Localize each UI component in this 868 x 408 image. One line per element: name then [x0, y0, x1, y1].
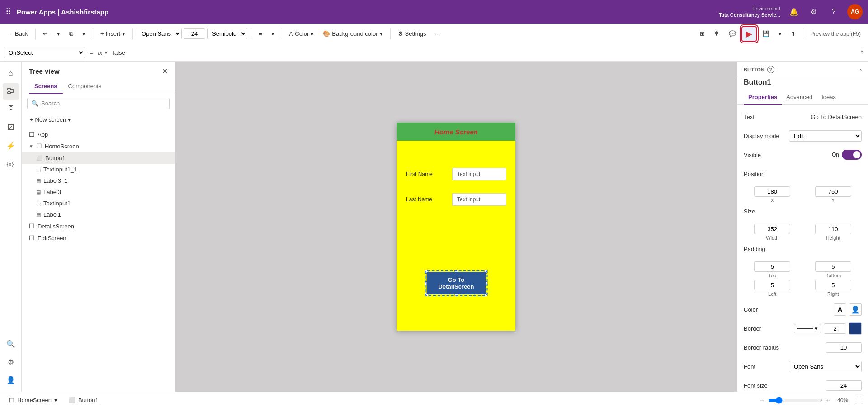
border-radius-input[interactable] — [826, 342, 862, 353]
data-icon-btn[interactable]: 🗄 — [3, 101, 19, 118]
zoom-slider[interactable] — [768, 397, 822, 404]
record-button[interactable]: 🎙 — [710, 28, 723, 39]
prop-row-visible: Visible On — [744, 148, 862, 161]
tree-close-icon[interactable]: ✕ — [162, 67, 168, 76]
notification-icon[interactable]: 🔔 — [788, 5, 800, 18]
apps-icon[interactable]: ⠿ — [5, 7, 11, 17]
tree-item-textinput1[interactable]: ⬚ TextInput1 — [22, 198, 175, 209]
undo-button[interactable]: ↩ — [39, 28, 52, 39]
border-color-swatch[interactable] — [849, 322, 862, 335]
tab-properties[interactable]: Properties — [744, 90, 782, 105]
user-icon-btn[interactable]: 👤 — [3, 372, 19, 388]
tree-item-editscreen[interactable]: ☐ EditScreen — [22, 232, 175, 244]
font-weight-selector[interactable]: Semibold — [207, 28, 247, 39]
color-person-swatch[interactable]: 👤 — [849, 303, 862, 316]
equals-sign: = — [88, 49, 95, 57]
media-icon-btn[interactable]: 🖼 — [3, 119, 19, 136]
avatar[interactable]: AG — [847, 4, 863, 19]
display-mode-select[interactable]: Edit — [789, 130, 862, 142]
play-button[interactable]: ▶ — [741, 26, 757, 42]
tree-item-label3[interactable]: ▤ Label3 — [22, 186, 175, 198]
home-icon-btn[interactable]: ⌂ — [3, 65, 19, 81]
back-button[interactable]: ← Back — [4, 28, 32, 39]
color-button[interactable]: A Color ▾ — [286, 28, 318, 39]
font-select[interactable]: Open Sans — [789, 361, 862, 372]
first-name-input[interactable]: Text input — [452, 168, 506, 180]
undo-dropdown-button[interactable]: ▾ — [53, 28, 64, 39]
screen-indicator[interactable]: ☐ HomeScreen ▾ — [5, 395, 61, 405]
tree-tabs: Screens Components — [22, 79, 175, 94]
fullscreen-button[interactable]: ⛶ — [855, 396, 863, 404]
power-automate-icon-btn[interactable]: ⚡ — [3, 138, 19, 154]
padding-top-input[interactable] — [754, 261, 790, 272]
settings-side-icon-btn[interactable]: ⚙ — [3, 354, 19, 370]
tab-advanced[interactable]: Advanced — [782, 90, 817, 105]
textinput1-1-icon: ⬚ — [36, 166, 41, 172]
tree-item-homescreen[interactable]: ▼ ☐ HomeScreen — [22, 140, 175, 152]
padding-right-input[interactable] — [815, 280, 851, 290]
background-color-button[interactable]: 🎨 Background color ▾ — [319, 28, 386, 39]
new-screen-button[interactable]: + New screen ▾ — [27, 114, 74, 125]
panel-expand-icon[interactable]: › — [860, 66, 862, 73]
tab-screens[interactable]: Screens — [29, 79, 63, 94]
tab-components[interactable]: Components — [63, 79, 107, 94]
pad-top-col: Top — [744, 261, 801, 278]
tree-item-button1[interactable]: ⬜ Button1 ··· — [22, 152, 175, 164]
width-input[interactable] — [754, 224, 790, 234]
variables-icon-btn[interactable]: {x} — [3, 156, 19, 172]
padding-left-input[interactable] — [754, 280, 790, 290]
width-col: Width — [744, 224, 801, 241]
visible-on-label: On — [832, 152, 839, 158]
toolbar: ← Back ↩ ▾ ⧉ ▾ + Insert ▾ Open Sans Semi… — [0, 24, 868, 44]
more-button[interactable]: ··· — [432, 28, 444, 39]
publish-button[interactable]: ⬆ — [787, 28, 799, 39]
comment-button[interactable]: 💬 — [725, 28, 740, 39]
screen-chevron-icon: ▾ — [54, 397, 57, 403]
tree-view-icon-btn[interactable] — [3, 83, 19, 100]
font-size-input[interactable] — [184, 28, 205, 39]
goto-detail-button[interactable]: Go To DetailScreen — [427, 272, 486, 294]
element-indicator[interactable]: ⬜ Button1 — [65, 395, 102, 405]
tree-item-label1[interactable]: ▤ Label1 — [22, 209, 175, 220]
settings-icon[interactable]: ⚙ — [807, 5, 820, 18]
border-style-selector[interactable]: ▾ — [794, 324, 821, 333]
divider3 — [132, 28, 133, 39]
height-input[interactable] — [815, 224, 851, 234]
formula-expand-icon[interactable]: ⌃ — [859, 49, 864, 56]
zoom-out-button[interactable]: − — [760, 396, 764, 404]
tree-search-input[interactable] — [41, 100, 165, 107]
zoom-in-button[interactable]: + — [826, 396, 830, 404]
settings-button[interactable]: ⚙ Settings — [394, 28, 430, 39]
copy-dropdown-button[interactable]: ▾ — [79, 28, 89, 39]
tree-item-textinput1-1[interactable]: ⬚ TextInput1_1 — [22, 164, 175, 175]
font-size-prop-input[interactable] — [826, 380, 862, 391]
align-button[interactable]: ≡ — [255, 28, 266, 39]
restore-button[interactable]: ⊞ — [696, 28, 708, 39]
align-dropdown-button[interactable]: ▾ — [268, 28, 278, 39]
help-icon[interactable]: ? — [827, 5, 840, 18]
help-question-icon[interactable]: ? — [767, 66, 774, 73]
copy-button[interactable]: ⧉ — [66, 28, 77, 39]
position-x-input[interactable] — [754, 186, 790, 197]
tree-item-app[interactable]: ☐ App — [22, 128, 175, 140]
padding-bottom-input[interactable] — [815, 261, 851, 272]
search-icon-btn[interactable]: 🔍 — [3, 336, 19, 352]
formula-input[interactable] — [110, 48, 857, 57]
color-a-swatch[interactable]: A — [834, 303, 846, 316]
tree-item-detailsscreen[interactable]: ☐ DetailsScreen — [22, 220, 175, 232]
border-width-input[interactable] — [824, 323, 846, 334]
insert-button[interactable]: + Insert ▾ — [97, 28, 129, 39]
save-button[interactable]: 💾 — [759, 28, 773, 39]
element-name: Button1 — [737, 76, 868, 90]
position-y-input[interactable] — [815, 186, 851, 197]
bg-color-icon: 🎨 — [323, 30, 330, 37]
property-selector[interactable]: OnSelect — [4, 47, 85, 58]
visible-toggle[interactable] — [842, 150, 862, 160]
play-icon: ▶ — [746, 29, 752, 39]
last-name-input[interactable]: Text input — [452, 193, 506, 206]
bg-color-chevron: ▾ — [380, 30, 383, 37]
font-selector[interactable]: Open Sans — [137, 28, 182, 39]
tree-item-label3-1[interactable]: ▤ Label3_1 — [22, 175, 175, 186]
save-dropdown-button[interactable]: ▾ — [775, 28, 785, 39]
tab-ideas[interactable]: Ideas — [817, 90, 840, 105]
